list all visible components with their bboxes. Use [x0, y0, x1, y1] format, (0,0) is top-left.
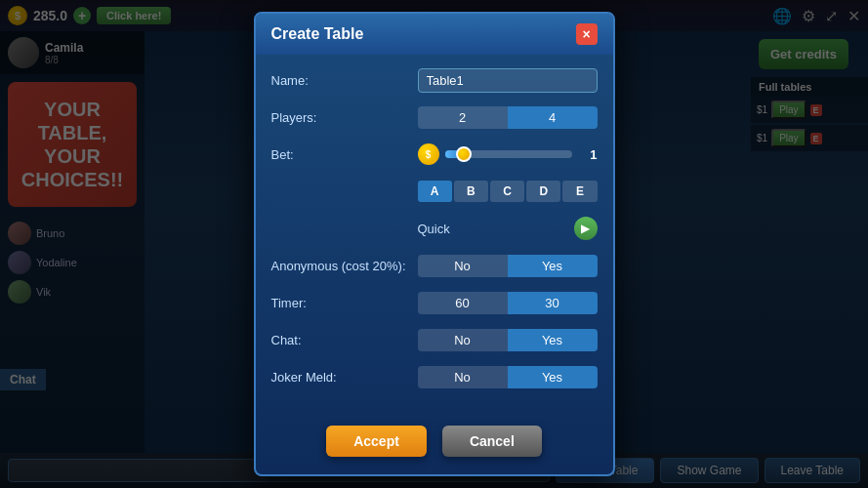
bet-control: $ 1: [418, 143, 598, 165]
anonymous-yes-button[interactable]: Yes: [508, 255, 598, 277]
name-control: [418, 68, 598, 93]
modal-close-button[interactable]: ×: [576, 23, 598, 45]
quick-play-button[interactable]: ▶: [574, 217, 598, 240]
name-label: Name:: [271, 73, 418, 88]
create-table-modal: Create Table × Name: Players: 2 4: [254, 12, 615, 476]
name-row: Name:: [271, 66, 598, 94]
modal-header: Create Table ×: [256, 14, 613, 55]
quick-row: Quick ▶: [271, 215, 598, 242]
quick-label: Quick: [418, 222, 450, 236]
bet-slider-track[interactable]: [445, 150, 572, 158]
timer-30-button[interactable]: 30: [508, 292, 598, 314]
chat-no-button[interactable]: No: [418, 329, 508, 351]
players-row: Players: 2 4: [271, 103, 598, 131]
chat-toggle: No Yes: [418, 329, 598, 351]
anonymous-row: Anonymous (cost 20%): No Yes: [271, 252, 598, 279]
cancel-button[interactable]: Cancel: [442, 426, 542, 457]
level-c-button[interactable]: C: [490, 181, 524, 202]
players-4-button[interactable]: 4: [508, 106, 598, 129]
level-a-button[interactable]: A: [418, 181, 452, 202]
joker-yes-button[interactable]: Yes: [508, 366, 598, 388]
bet-value: 1: [578, 147, 598, 162]
joker-row: Joker Meld: No Yes: [271, 363, 598, 390]
joker-control: No Yes: [418, 366, 598, 388]
joker-toggle: No Yes: [418, 366, 598, 388]
chat-yes-button[interactable]: Yes: [508, 329, 598, 351]
level-e-button[interactable]: E: [562, 181, 597, 202]
modal-title: Create Table: [271, 25, 364, 43]
anonymous-toggle: No Yes: [418, 255, 598, 277]
bet-coin-icon: $: [418, 143, 439, 165]
accept-button[interactable]: Accept: [326, 426, 427, 457]
modal-footer: Accept Cancel: [256, 412, 613, 474]
joker-label: Joker Meld:: [271, 370, 418, 385]
bet-label: Bet:: [271, 147, 418, 162]
timer-control: 60 30: [418, 292, 598, 314]
level-row: A B C D E: [271, 178, 598, 205]
level-b-button[interactable]: B: [454, 181, 488, 202]
slider-thumb: [456, 146, 472, 162]
anonymous-label: Anonymous (cost 20%):: [271, 259, 418, 273]
level-control: A B C D E: [418, 181, 598, 202]
chat-row: Chat: No Yes: [271, 326, 598, 353]
bet-slider-row: $ 1: [418, 143, 598, 165]
quick-control: Quick ▶: [418, 217, 598, 240]
chat-form-label: Chat:: [271, 333, 418, 347]
modal-overlay: Create Table × Name: Players: 2 4: [0, 0, 868, 488]
level-d-button[interactable]: D: [526, 181, 560, 202]
modal-body: Name: Players: 2 4 Bet:: [256, 55, 613, 412]
quick-area: Quick ▶: [418, 217, 598, 240]
players-control: 2 4: [418, 106, 598, 129]
timer-row: Timer: 60 30: [271, 289, 598, 316]
level-toggle: A B C D E: [418, 181, 598, 202]
name-input[interactable]: [418, 68, 598, 93]
timer-label: Timer:: [271, 296, 418, 310]
players-label: Players:: [271, 110, 418, 125]
anonymous-no-button[interactable]: No: [418, 255, 508, 277]
timer-60-button[interactable]: 60: [418, 292, 508, 314]
timer-toggle: 60 30: [418, 292, 598, 314]
anonymous-control: No Yes: [418, 255, 598, 277]
players-2-button[interactable]: 2: [418, 106, 508, 129]
bet-row: Bet: $ 1: [271, 141, 598, 168]
chat-control: No Yes: [418, 329, 598, 351]
joker-no-button[interactable]: No: [418, 366, 508, 388]
players-toggle: 2 4: [418, 106, 598, 129]
